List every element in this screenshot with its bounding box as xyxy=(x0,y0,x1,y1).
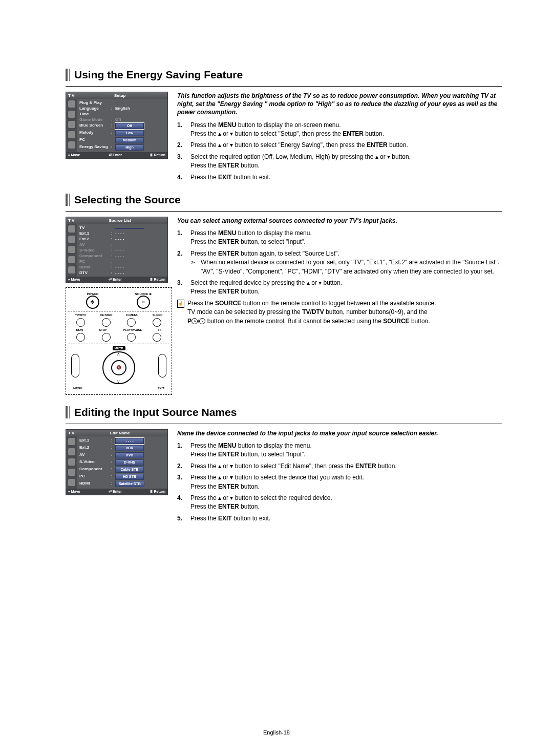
p-up-icon: ∧ xyxy=(192,318,198,324)
remote-menu-label: MENU xyxy=(73,387,82,390)
page-footer: English-18 xyxy=(0,729,553,736)
section-heading: Using the Energy Saving Feature xyxy=(74,69,243,81)
step: Press the MENU button to display the on-… xyxy=(177,121,502,139)
remote-dpad: ∧ ∨ 🔇 xyxy=(102,351,135,384)
osd-row: HDMI:- - - - xyxy=(79,264,165,270)
osd-title: Edit Name xyxy=(110,431,130,435)
osd-tv-label: T V xyxy=(68,93,74,98)
osd-row: Ext.1:- - - - xyxy=(79,230,165,236)
osd-row: S-Video:- - - - xyxy=(79,247,165,253)
step: Select the required option (Off, Low, Me… xyxy=(177,153,502,171)
step: Press the or button to select the requir… xyxy=(177,494,502,512)
osd-row: Game Mode:Off xyxy=(79,117,165,122)
osd-setup-menu: T VSetup Plug & PlayLanguage:EnglishTime… xyxy=(66,92,168,159)
section-heading: Editing the Input Source Names xyxy=(74,406,237,418)
osd-foot-move: Move xyxy=(71,278,80,281)
remote-volume-rocker xyxy=(71,354,79,377)
osd-foot-return: Return xyxy=(154,278,165,281)
osd-row: TV xyxy=(79,225,165,230)
osd-row: HDMI:Satellite STB xyxy=(79,480,165,488)
step: Press the or button to select "Edit Name… xyxy=(177,462,502,471)
osd-row: Ext.1:- - - - xyxy=(79,437,165,445)
osd-foot-enter: Enter xyxy=(113,153,122,157)
osd-row: PCMedium xyxy=(79,137,165,144)
osd-foot-move: Move xyxy=(71,153,80,157)
osd-row: S-Video:D-VHS xyxy=(79,459,165,466)
osd-row: DTV:- - - - xyxy=(79,270,165,276)
osd-foot-return: Return xyxy=(154,153,165,157)
step: Press the or button to select "Energy Sa… xyxy=(177,141,502,150)
osd-row: Language:English xyxy=(79,106,165,111)
step: Press the EXIT button to exit. xyxy=(177,173,502,182)
osd-row: Component:- - - - xyxy=(79,253,165,259)
sub-note: When no external device is connected to … xyxy=(190,258,502,276)
step: Press the MENU button to display the men… xyxy=(177,442,502,459)
step: Press the or button to select the device… xyxy=(177,473,502,491)
step: Press the EXIT button to exit. xyxy=(177,514,502,523)
osd-title: Source List xyxy=(109,218,131,223)
osd-row: Ext.2:VCR xyxy=(79,445,165,452)
section2-intro: You can select among external sources co… xyxy=(177,217,502,225)
remote-mute-label: MUTE xyxy=(113,346,125,350)
osd-foot-enter: Enter xyxy=(113,490,122,493)
osd-edit-name-menu: T VEdit Name Ext.1:- - - -Ext.2:VCRAV:DV… xyxy=(66,429,168,495)
p-down-icon: ∨ xyxy=(199,318,205,324)
osd-row: Energy Saving:High xyxy=(79,144,165,151)
remote-source-label: SOURCE xyxy=(135,292,148,296)
step: Select the required device by pressing t… xyxy=(177,279,502,297)
remote-exit-label: EXIT xyxy=(158,387,164,390)
osd-row: PC:- - - - xyxy=(79,259,165,264)
remote-channel-rocker xyxy=(158,354,166,377)
osd-row: Component:Cable STB xyxy=(79,466,165,473)
remote-illustration: POWER ⏻ SOURCE ⊕ ⎚ TV/DTVCH MGRD.MENUSLE… xyxy=(66,287,172,395)
osd-foot-enter: Enter xyxy=(113,278,122,281)
section3-intro: Name the device connected to the input j… xyxy=(177,429,502,437)
osd-row: PC:HD STB xyxy=(79,473,165,480)
osd-row: Plug & Play xyxy=(79,100,165,106)
remote-note: ☝ Press the SOURCE button on the remote … xyxy=(177,299,502,326)
osd-row: AV:DVD xyxy=(79,452,165,459)
section-heading: Selecting the Source xyxy=(74,194,181,206)
osd-tv-label: T V xyxy=(68,431,74,435)
osd-source-list-menu: T VSource List TVExt.1:- - - -Ext.2:- - … xyxy=(66,217,168,283)
osd-foot-return: Return xyxy=(154,490,165,493)
osd-row: Melody:Low xyxy=(79,130,165,137)
step: Press the MENU button to display the men… xyxy=(177,229,502,247)
osd-row: Ext.2:- - - - xyxy=(79,236,165,242)
remote-power-button: ⏻ xyxy=(86,296,99,309)
osd-row: Blue Screen:Off xyxy=(79,122,165,130)
osd-title: Setup xyxy=(114,93,125,98)
osd-row: Time xyxy=(79,111,165,117)
osd-tv-label: T V xyxy=(68,218,74,223)
hand-icon: ☝ xyxy=(177,300,184,308)
step: Press the ENTER button again, to select … xyxy=(177,249,502,276)
osd-row: AV:- - - - xyxy=(79,242,165,247)
remote-source-button: ⎚ xyxy=(137,296,150,309)
section1-intro: This function adjusts the brightness of … xyxy=(177,92,502,117)
osd-foot-move: Move xyxy=(71,490,80,493)
